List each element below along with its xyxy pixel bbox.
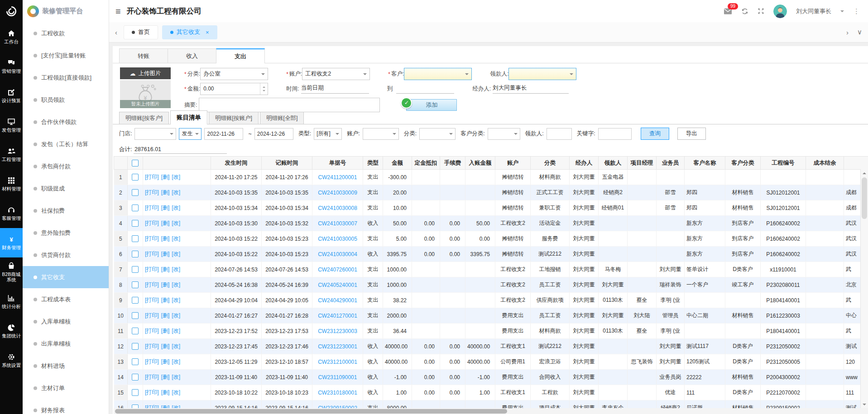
doc-number-link[interactable]: CW2407260001 (318, 266, 357, 273)
row-checkbox[interactable] (132, 358, 139, 365)
edit-link[interactable]: [改] (172, 389, 180, 395)
print-link[interactable]: [打印] (145, 220, 159, 226)
sidebar-module-dispatch[interactable]: 发包管理 (0, 110, 23, 140)
row-checkbox[interactable] (132, 281, 139, 288)
table-row[interactable]: 8[打印][删][改]2024-05-24 16:382024-05-24 16… (114, 277, 868, 293)
horizontal-scroll-thumb[interactable] (115, 409, 507, 414)
print-link[interactable]: [打印] (145, 343, 159, 349)
doc-number-link[interactable]: CW2405240001 (318, 282, 357, 288)
table-row[interactable]: 15[打印][删][改]2023-10-18 10:222023-10-18 1… (114, 385, 868, 400)
table-row[interactable]: 1[打印][删][改]2024-11-20 17:252024-11-20 17… (114, 170, 868, 185)
ttab-detail-all[interactable]: 明细账[全部] (260, 112, 304, 124)
edit-link[interactable]: [改] (172, 358, 180, 365)
operator-field[interactable]: 刘大同董事长 (493, 84, 569, 94)
menu-item-partner-withdraw[interactable]: 合作伙伴领款 (23, 111, 109, 133)
print-link[interactable]: [打印] (145, 189, 159, 195)
sidebar-module-design-budget[interactable]: 设计预算 (0, 81, 23, 110)
table-row[interactable]: 4[打印][删][改]2024-10-03 15:302024-10-03 15… (114, 216, 868, 231)
avatar[interactable] (773, 5, 787, 18)
menu-item-contractor-settlement[interactable]: 发包（工长）结算 (23, 133, 109, 155)
doc-number-link[interactable]: CW2410030007 (318, 220, 357, 227)
row-checkbox[interactable] (132, 343, 139, 350)
table-row[interactable]: 9[打印][删][改]2024-04-29 10:042024-04-29 10… (114, 293, 868, 308)
menu-item-finance-report[interactable]: 财务报表 (23, 399, 109, 414)
doc-number-link[interactable]: CW2312230001 (318, 343, 357, 350)
edit-link[interactable]: [改] (172, 251, 180, 257)
search-button[interactable]: 查询 (641, 128, 669, 140)
doc-number-link[interactable]: CW2410030008 (318, 205, 357, 211)
row-checkbox[interactable] (132, 235, 139, 242)
doc-number-link[interactable]: CW2411200001 (318, 174, 357, 181)
ttab-detail-by-account[interactable]: 明细账[按账户] (209, 112, 259, 124)
row-checkbox[interactable] (132, 205, 139, 211)
payee-select[interactable] (508, 68, 576, 80)
sidebar-module-settings[interactable]: 系统设置 (0, 346, 23, 375)
delete-link[interactable]: [删] (161, 358, 170, 365)
table-row[interactable]: 11[打印][删][改]2023-12-23 17:522023-12-23 1… (114, 324, 868, 339)
doc-number-link[interactable]: CW2404290001 (318, 297, 357, 304)
table-row[interactable]: 3[打印][删][改]2024-10-03 15:342024-10-03 15… (114, 200, 868, 216)
user-caret-icon[interactable] (840, 10, 844, 14)
edit-link[interactable]: [改] (172, 404, 180, 408)
menu-item-staff-withdraw[interactable]: 职员领款 (23, 89, 109, 111)
print-link[interactable]: [打印] (145, 251, 159, 257)
table-row[interactable]: 12[打印][删][改]2023-12-23 17:452023-12-23 1… (114, 339, 868, 354)
delete-link[interactable]: [删] (161, 235, 170, 242)
amount-stepper[interactable] (260, 83, 268, 95)
menu-toggle-icon[interactable]: ≡ (115, 7, 121, 16)
doc-number-link[interactable]: CW2311090001 (318, 374, 357, 381)
doc-number-link[interactable]: CW2410030009 (318, 190, 357, 196)
sidebar-module-b2b-mall[interactable]: B2B商城系统 (0, 257, 23, 287)
table-row[interactable]: 7[打印][删][改]2024-07-26 14:532024-07-26 14… (114, 262, 868, 277)
edit-link[interactable]: [改] (172, 297, 180, 303)
delete-link[interactable]: [删] (161, 189, 170, 195)
print-link[interactable]: [打印] (145, 281, 159, 288)
edit-link[interactable]: [改] (172, 312, 180, 319)
edit-link[interactable]: [改] (172, 266, 180, 272)
menu-item-rank-commission[interactable]: 职级提成 (23, 177, 109, 200)
delete-link[interactable]: [删] (161, 404, 170, 408)
sidebar-module-stats[interactable]: 统计分析 (0, 287, 23, 316)
sidebar-module-group-stats[interactable]: 集团统计 (0, 316, 23, 346)
customer-select[interactable] (404, 68, 472, 80)
table-row[interactable]: 5[打印][删][改]2024-10-03 15:222024-10-03 15… (114, 231, 868, 247)
more-menu-button[interactable]: ⋮ (853, 7, 860, 15)
delete-link[interactable]: [删] (161, 312, 170, 319)
row-checkbox[interactable] (132, 374, 139, 381)
category-select[interactable]: 办公室 (200, 68, 268, 80)
date-from-input[interactable]: 2022-11-26 (204, 128, 243, 140)
store-select[interactable] (134, 128, 176, 140)
print-link[interactable]: [打印] (145, 328, 159, 334)
tabs-scroll-right-icon[interactable]: › (844, 29, 851, 36)
menu-item-project-receipts[interactable]: 工程收款 (23, 22, 109, 44)
delete-link[interactable]: [删] (161, 389, 170, 395)
table-row[interactable]: 16[打印][删][改]2023-09-15 14:162023-09-15 1… (114, 400, 868, 409)
messages-button[interactable]: 99 (724, 8, 732, 14)
sidebar-module-materials[interactable]: 材料管理 (0, 169, 23, 199)
time-field[interactable]: 当前日期 (301, 84, 369, 94)
tab-close-icon[interactable]: × (206, 29, 209, 36)
scroll-down-icon[interactable] (861, 401, 868, 408)
account-select[interactable]: 工程收支2 (302, 68, 370, 80)
delete-link[interactable]: [删] (161, 297, 170, 303)
ttab-detail-by-customer[interactable]: 明细账[按客户] (119, 112, 169, 124)
delete-link[interactable]: [删] (161, 343, 170, 349)
step-up-icon[interactable] (263, 85, 265, 88)
print-link[interactable]: [打印] (145, 174, 159, 180)
tab-other-income-expense[interactable]: 其它收支 × (162, 25, 217, 39)
table-row[interactable]: 13[打印][删][改]2023-12-05 11:292023-12-10 1… (114, 354, 868, 370)
step-down-icon[interactable] (263, 90, 265, 93)
table-row[interactable]: 2[打印][删][改]2024-10-03 15:352024-10-03 15… (114, 185, 868, 200)
print-link[interactable]: [打印] (145, 205, 159, 211)
sidebar-module-marketing[interactable]: 营销管理 (0, 52, 23, 81)
edit-link[interactable]: [改] (172, 174, 180, 180)
user-name[interactable]: 刘大同董事长 (796, 7, 831, 15)
menu-item-material-entry[interactable]: 材料进场 (23, 355, 109, 377)
fullscreen-button[interactable] (758, 8, 764, 14)
table-row[interactable]: 6[打印][删][改]2024-10-03 15:222024-10-03 15… (114, 247, 868, 262)
doc-number-link[interactable]: CW2310180001 (318, 390, 357, 396)
tabs-scroll-left-icon[interactable]: ‹ (113, 29, 120, 36)
upload-image-button[interactable]: ☁ 上传图片 (120, 67, 171, 79)
row-checkbox[interactable] (132, 174, 139, 181)
edit-link[interactable]: [改] (172, 281, 180, 288)
